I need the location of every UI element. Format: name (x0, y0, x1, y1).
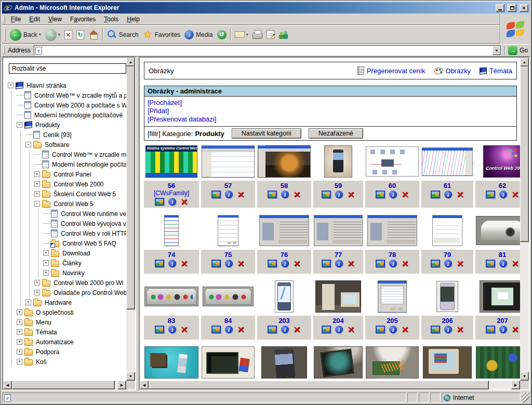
tree-item[interactable]: +Novinky (8, 268, 126, 278)
image-thumbnail[interactable] (202, 145, 255, 178)
tree-item[interactable]: +Hlavní stránka (8, 80, 126, 90)
tree-expand-icon[interactable]: + (34, 290, 40, 295)
view-image-icon[interactable] (431, 326, 440, 333)
delete-image-icon[interactable]: × (347, 260, 355, 267)
image-id-link[interactable]: 77 (335, 251, 342, 259)
image-info-icon[interactable]: i (444, 260, 452, 267)
delete-image-icon[interactable]: × (456, 260, 464, 267)
image-info-icon[interactable]: i (225, 326, 233, 333)
view-image-icon[interactable] (155, 198, 164, 206)
view-image-icon[interactable] (431, 260, 440, 267)
image-id-link[interactable]: 204 (332, 317, 344, 325)
tree-item[interactable]: +O společnosti (8, 307, 126, 317)
tree-expand-icon[interactable]: + (43, 270, 49, 276)
media-button[interactable]: Media (182, 26, 215, 43)
delete-image-icon[interactable]: × (293, 260, 301, 267)
image-info-icon[interactable]: i (335, 191, 343, 198)
tree-item[interactable]: +Koš (8, 357, 126, 367)
image-id-link[interactable]: 83 (168, 317, 175, 325)
image-id-link[interactable]: 79 (444, 251, 451, 259)
image-thumbnail[interactable] (218, 215, 238, 246)
image-info-icon[interactable]: i (499, 260, 507, 267)
tree-expand-icon[interactable]: + (43, 250, 49, 256)
refresh-button[interactable] (74, 26, 86, 43)
image-thumbnail[interactable]: Control Web 2000 (483, 145, 520, 178)
tree-expand-icon[interactable]: + (17, 329, 22, 335)
view-image-icon[interactable] (376, 191, 385, 198)
image-id-link[interactable]: 203 (278, 317, 290, 325)
tree-collapse-icon[interactable]: − (17, 122, 22, 128)
image-thumbnail[interactable] (423, 346, 472, 379)
tree-expand-icon[interactable]: + (34, 181, 40, 187)
image-thumbnail[interactable] (164, 215, 179, 246)
tree-item[interactable]: −Software (8, 140, 126, 150)
image-id-link[interactable]: 58 (281, 182, 288, 190)
image-info-icon[interactable]: i (225, 260, 233, 267)
image-thumbnail[interactable] (314, 215, 363, 246)
view-image-icon[interactable] (155, 260, 164, 267)
tree-item[interactable]: Moderní technologie počítačové (8, 110, 126, 120)
delete-image-icon[interactable]: × (237, 260, 245, 267)
delete-image-icon[interactable]: × (180, 260, 188, 267)
tree-item[interactable]: +Automatizace (8, 337, 126, 347)
images-link[interactable]: Obrázky (434, 67, 471, 75)
delete-image-icon[interactable]: × (293, 326, 301, 333)
tree-expand-icon[interactable]: + (34, 171, 40, 177)
view-image-icon[interactable] (322, 260, 331, 267)
scroll-left-icon[interactable]: ◀ (3, 381, 12, 389)
tree-expand-icon[interactable]: + (17, 359, 22, 365)
image-id-link[interactable]: 62 (499, 182, 506, 190)
tree-expand-icon[interactable]: + (34, 191, 40, 197)
image-info-icon[interactable]: i (389, 260, 397, 267)
tree-expand-icon[interactable]: + (8, 83, 14, 88)
favorites-button[interactable]: Favorites (141, 26, 182, 43)
image-thumbnail[interactable] (367, 215, 417, 246)
image-thumbnail[interactable] (144, 346, 198, 379)
tree-item[interactable]: +Podpora (8, 347, 126, 357)
menu-grip[interactable] (3, 16, 5, 23)
address-dropdown-button[interactable]: ▼ (493, 46, 501, 55)
tree-item[interactable]: +Školení Control Web 5 (8, 189, 126, 199)
image-thumbnail[interactable] (366, 346, 419, 379)
menu-edit[interactable]: Edit (25, 15, 44, 24)
view-image-icon[interactable] (322, 326, 331, 333)
delete-image-icon[interactable]: × (456, 191, 464, 198)
view-image-icon[interactable] (486, 326, 495, 333)
tree-horizontal-scrollbar[interactable]: ◀ ▶ (3, 381, 126, 389)
back-button[interactable]: Back▾ (8, 26, 43, 43)
tree-collapse-icon[interactable]: − (25, 142, 31, 147)
address-grip[interactable] (3, 47, 5, 55)
image-id-link[interactable]: 206 (442, 317, 453, 325)
tree-item[interactable]: Control Web 5 FAQ (8, 238, 126, 248)
image-id-link[interactable]: 81 (499, 251, 506, 259)
tree-expand-icon[interactable]: + (17, 319, 22, 325)
forward-button[interactable]: ▾ (43, 26, 62, 43)
image-id-link[interactable]: 74 (168, 251, 175, 259)
tree-expand-icon[interactable]: + (43, 260, 49, 266)
delete-image-icon[interactable]: × (180, 198, 188, 205)
filter-button[interactable]: Nastavit kategorii (232, 128, 301, 139)
menu-favorites[interactable]: Favorites (66, 15, 100, 24)
delete-image-icon[interactable]: × (237, 191, 245, 198)
tree-item[interactable]: +Control Panel (8, 169, 126, 179)
delete-image-icon[interactable]: × (401, 191, 409, 198)
image-id-link[interactable]: 59 (335, 182, 342, 190)
history-button[interactable] (215, 26, 229, 43)
tree-expand-icon[interactable]: + (25, 300, 31, 305)
tree-item[interactable]: Control Web runtime ve (8, 209, 126, 219)
view-image-icon[interactable] (486, 191, 495, 198)
view-image-icon[interactable] (155, 326, 164, 333)
admin-action-link[interactable]: [Přidat] (148, 107, 513, 115)
dropdown-arrow-icon[interactable]: ▾ (58, 32, 60, 37)
stop-button[interactable] (62, 26, 74, 43)
image-id-link[interactable]: 205 (387, 317, 398, 325)
delete-image-icon[interactable]: × (293, 191, 301, 198)
image-thumbnail[interactable] (432, 215, 462, 246)
image-thumbnail[interactable] (314, 346, 363, 379)
edit-button[interactable] (264, 26, 276, 43)
tree-item[interactable]: −Produkty (8, 120, 126, 130)
delete-image-icon[interactable]: × (456, 326, 464, 333)
expand-all-button[interactable]: Rozbalit vše (9, 63, 126, 74)
image-thumbnail[interactable] (202, 346, 255, 379)
view-image-icon[interactable] (211, 326, 221, 333)
